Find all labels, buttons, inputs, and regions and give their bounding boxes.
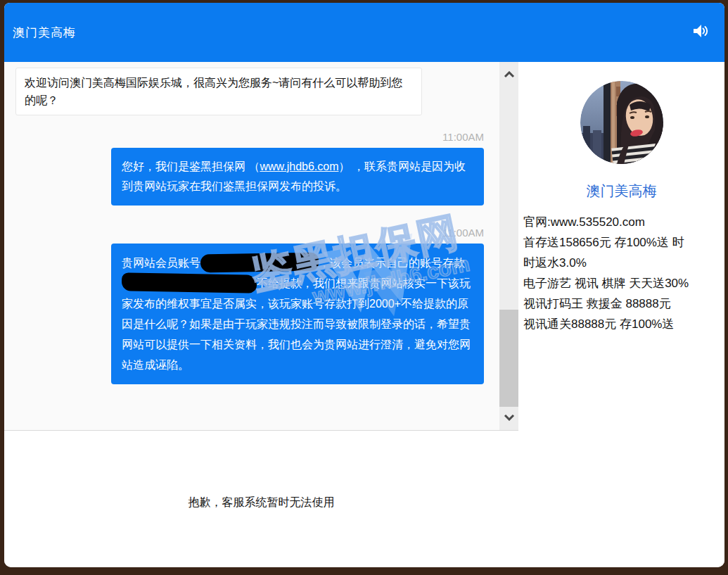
- chat-window: 澳门美高梅 欢迎访问澳门美高梅国际娱乐城，很高兴为您服务~请问有什么可以帮助到您…: [4, 3, 724, 567]
- message1-prefix: 您好，我们是鉴黑担保网 （: [122, 160, 260, 172]
- redaction-block: [200, 253, 319, 273]
- agent-message-text: 欢迎访问澳门美高梅国际娱乐城，很高兴为您服务~请问有什么可以帮助到您的呢？: [25, 77, 402, 106]
- volume-icon: [691, 22, 709, 43]
- promo-line: 视讯打码王 救援金 88888元: [523, 293, 722, 314]
- scrollbar-thumb[interactable]: [499, 310, 518, 407]
- scroll-down-button[interactable]: [499, 410, 518, 425]
- message-list: 欢迎访问澳门美高梅国际娱乐城，很高兴为您服务~请问有什么可以帮助到您的呢？ 11…: [4, 62, 499, 430]
- visitor-message-bubble-2: 贵网站会员账号，该会员表示自己的账号存款不给提款，我们想来跟贵网站核实一下该玩家…: [111, 244, 484, 384]
- jhdb6-link[interactable]: www.jhdb6.com: [260, 160, 338, 172]
- volume-button[interactable]: [689, 22, 710, 43]
- promo-line: 视讯通关88888元 存100%送: [523, 314, 722, 334]
- message2-seg1: 贵网站会员账号: [122, 257, 200, 269]
- chevron-up-icon: [504, 68, 515, 81]
- promo-line: 首存送158656元 存100%送 时: [523, 232, 722, 253]
- chat-area: 欢迎访问澳门美高梅国际娱乐城，很高兴为您服务~请问有什么可以帮助到您的呢？ 11…: [4, 62, 518, 431]
- timestamp: 11:00AM: [15, 227, 484, 239]
- promo-line: 官网:www.535520.com: [523, 212, 722, 232]
- profile-name: 澳门美高梅: [587, 182, 657, 201]
- profile-sidebar: 澳门美高梅 官网:www.535520.com 首存送158656元 存100%…: [518, 62, 724, 567]
- promo-line: 电子游艺 视讯 棋牌 天天送30%: [523, 273, 722, 293]
- chevron-down-icon: [504, 411, 515, 424]
- input-disabled-area: 抱歉，客服系统暂时无法使用: [4, 431, 518, 567]
- redaction-block: [122, 272, 257, 293]
- promo-info: 官网:www.535520.com 首存送158656元 存100%送 时 时返…: [518, 212, 724, 334]
- avatar: [580, 81, 663, 164]
- chat-scrollbar[interactable]: [499, 62, 518, 430]
- scroll-up-button[interactable]: [499, 67, 518, 82]
- agent-message-bubble: 欢迎访问澳门美高梅国际娱乐城，很高兴为您服务~请问有什么可以帮助到您的呢？: [15, 68, 422, 115]
- system-unavailable-notice: 抱歉，客服系统暂时无法使用: [4, 495, 518, 510]
- timestamp: 11:00AM: [15, 131, 484, 143]
- header: 澳门美高梅: [4, 3, 724, 62]
- visitor-message-bubble-1: 您好，我们是鉴黑担保网 （www.jhdb6.com） ，联系贵网站是因为收到贵…: [111, 148, 484, 206]
- page-title: 澳门美高梅: [13, 25, 76, 41]
- promo-line: 时返水3.0%: [523, 253, 722, 273]
- message2-seg2: ，该会员表示自己的账号存款: [319, 257, 465, 269]
